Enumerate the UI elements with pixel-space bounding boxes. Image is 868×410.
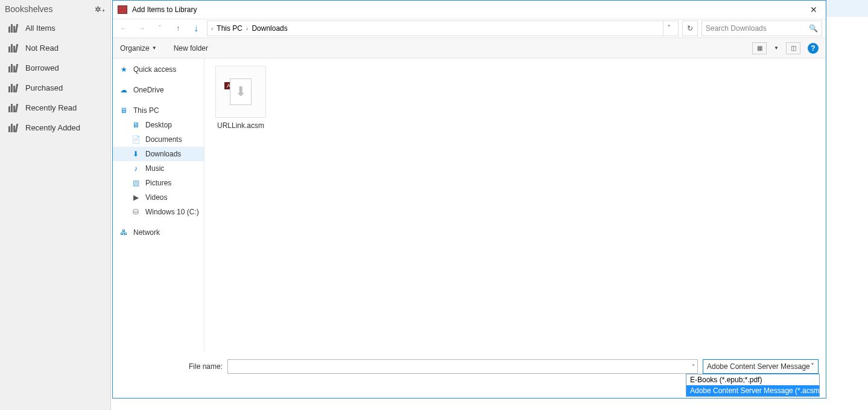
documents-icon: 📄 — [131, 135, 141, 144]
preview-pane-button[interactable]: ◫ — [786, 42, 800, 54]
books-icon — [8, 24, 18, 33]
search-placeholder: Search Downloads — [706, 24, 767, 33]
books-icon — [8, 104, 18, 112]
library-title: Bookshelves — [5, 4, 52, 14]
gear-icon[interactable]: ✲₊ — [95, 4, 106, 14]
tree-pictures[interactable]: ▧Pictures — [113, 176, 204, 190]
tree-this-pc[interactable]: 🖥This PC — [113, 103, 204, 118]
filename-label: File name: — [120, 362, 223, 371]
breadcrumb-current[interactable]: Downloads — [252, 24, 287, 33]
books-icon — [8, 64, 18, 72]
library-list: All Items Not Read Borrowed Purchased Re… — [0, 18, 110, 138]
library-sidebar: Bookshelves ✲₊ All Items Not Read Borrow… — [0, 0, 111, 410]
library-item-label: Recently Read — [25, 103, 77, 112]
recent-locations-button[interactable]: ˅ — [153, 21, 167, 36]
back-button[interactable]: ← — [116, 21, 131, 36]
library-item-recently-read[interactable]: Recently Read — [0, 98, 110, 118]
library-item-purchased[interactable]: Purchased — [0, 78, 110, 98]
library-item-label: All Items — [25, 24, 55, 33]
tree-label: This PC — [133, 106, 159, 115]
tree-label: Pictures — [145, 179, 171, 187]
filetype-dropdown: E-Books (*.epub;*.pdf) Adobe Content Ser… — [686, 374, 820, 397]
chevron-down-icon[interactable]: ▼ — [774, 45, 779, 51]
library-item-recently-added[interactable]: Recently Added — [0, 118, 110, 138]
music-icon: ♪ — [131, 164, 141, 173]
desktop-icon: 🖥 — [131, 121, 141, 129]
chevron-right-icon: › — [246, 25, 248, 32]
books-icon — [8, 84, 18, 92]
tree-label: Desktop — [145, 121, 172, 129]
file-thumbnail: ACSM — [215, 66, 266, 118]
pc-icon: 🖥 — [119, 106, 128, 115]
pictures-icon: ▧ — [131, 179, 141, 187]
file-pane[interactable]: ACSM URLLink.acsm — [204, 59, 826, 352]
refresh-button[interactable]: ↻ — [682, 21, 698, 36]
books-icon — [8, 44, 18, 53]
new-folder-button[interactable]: New folder — [174, 44, 208, 53]
background-strip — [825, 0, 868, 17]
tree-drive-c[interactable]: ⛁Windows 10 (C:) — [113, 205, 204, 219]
view-thumbnails-button[interactable]: ▦ — [752, 42, 767, 54]
breadcrumb-root[interactable]: This PC — [217, 24, 242, 33]
library-item-not-read[interactable]: Not Read — [0, 38, 110, 58]
tree-label: Network — [133, 228, 160, 237]
books-icon — [8, 124, 18, 132]
address-bar-row: ← → ˅ ↑ ↓ › This PC › Downloads ˅ ↻ Sear… — [113, 19, 826, 38]
tree-label: Windows 10 (C:) — [145, 208, 199, 216]
tree-documents[interactable]: 📄Documents — [113, 132, 204, 147]
search-input[interactable]: Search Downloads 🔍 — [702, 21, 822, 36]
dialog-main: ★Quick access ☁OneDrive 🖥This PC 🖥Deskto… — [113, 59, 826, 352]
filetype-select[interactable]: Adobe Content Server Message ˅ — [703, 359, 819, 374]
breadcrumb-dropdown[interactable]: ˅ — [663, 21, 674, 36]
chevron-down-icon: ˅ — [811, 362, 814, 371]
tree-onedrive[interactable]: ☁OneDrive — [113, 83, 204, 97]
star-icon: ★ — [119, 65, 128, 74]
library-item-label: Purchased — [25, 83, 63, 92]
filename-row: File name: ˅ Adobe Content Server Messag… — [120, 359, 819, 374]
forward-button[interactable]: → — [135, 21, 149, 36]
tree-downloads[interactable]: ⬇Downloads — [113, 147, 204, 161]
tree-quick-access[interactable]: ★Quick access — [113, 62, 204, 77]
tree-label: Downloads — [145, 150, 181, 158]
file-item-acsm[interactable]: ACSM URLLink.acsm — [213, 63, 268, 132]
organize-menu[interactable]: Organize ▼ — [120, 44, 157, 53]
download-icon: ⬇ — [131, 150, 141, 158]
tree-label: Videos — [145, 193, 167, 202]
library-item-all-items[interactable]: All Items — [0, 18, 110, 38]
library-header: Bookshelves ✲₊ — [0, 0, 110, 18]
filename-input[interactable]: ˅ — [227, 359, 698, 374]
close-button[interactable]: ✕ — [806, 2, 821, 17]
download-file-icon — [230, 78, 252, 105]
drive-icon: ⛁ — [131, 208, 141, 216]
tree-music[interactable]: ♪Music — [113, 161, 204, 176]
tree-label: OneDrive — [133, 86, 164, 94]
dialog-title: Add Items to Library — [132, 5, 197, 14]
filetype-option-ebooks[interactable]: E-Books (*.epub;*.pdf) — [686, 374, 819, 385]
tree-desktop[interactable]: 🖥Desktop — [113, 118, 204, 132]
tree-videos[interactable]: ▶Videos — [113, 190, 204, 205]
titlebar: Add Items to Library ✕ — [113, 1, 826, 19]
videos-icon: ▶ — [131, 193, 141, 202]
network-icon: 🖧 — [119, 228, 128, 237]
toolbar: Organize ▼ New folder ▦ ▼ ◫ ? — [113, 38, 826, 59]
help-icon[interactable]: ? — [808, 43, 819, 54]
breadcrumb[interactable]: › This PC › Downloads ˅ — [207, 21, 679, 36]
library-item-label: Borrowed — [25, 63, 59, 72]
download-arrow-icon: ↓ — [189, 21, 203, 36]
up-button[interactable]: ↑ — [171, 21, 185, 36]
tree-label: Documents — [145, 135, 182, 144]
library-item-label: Not Read — [25, 43, 59, 53]
library-item-borrowed[interactable]: Borrowed — [0, 58, 110, 78]
new-folder-label: New folder — [174, 44, 208, 53]
chevron-down-icon[interactable]: ˅ — [692, 364, 695, 370]
dialog-bottom: File name: ˅ Adobe Content Server Messag… — [113, 352, 826, 398]
search-icon: 🔍 — [809, 24, 818, 33]
app-icon — [118, 5, 127, 14]
tree-label: Quick access — [133, 65, 176, 74]
nav-tree: ★Quick access ☁OneDrive 🖥This PC 🖥Deskto… — [113, 59, 204, 352]
tree-label: Music — [145, 164, 164, 173]
filetype-option-acsm[interactable]: Adobe Content Server Message (*.acsm) — [686, 385, 819, 396]
library-item-label: Recently Added — [25, 123, 80, 132]
tree-network[interactable]: 🖧Network — [113, 225, 204, 240]
file-dialog: Add Items to Library ✕ ← → ˅ ↑ ↓ › This … — [112, 0, 826, 399]
